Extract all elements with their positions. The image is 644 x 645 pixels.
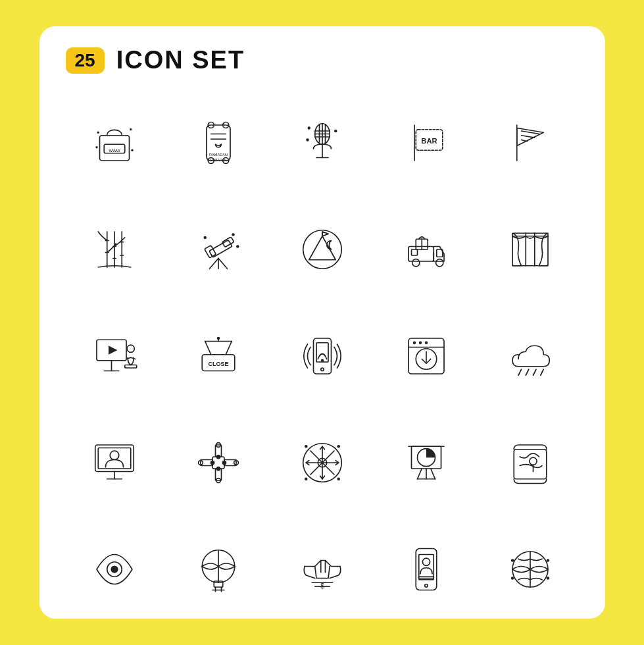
icon-mobile-signal <box>274 306 371 406</box>
svg-point-107 <box>216 467 220 471</box>
icon-presentation <box>66 306 163 406</box>
icon-grid: www RAMADAN MUB <box>66 93 579 619</box>
svg-point-145 <box>424 584 428 588</box>
icon-mobile-person <box>378 519 475 619</box>
main-card: 25 ICON SET www <box>39 26 605 619</box>
icon-map-pin <box>482 413 579 513</box>
svg-rect-69 <box>124 365 136 369</box>
icon-pipe-junction <box>170 413 267 513</box>
icon-globe-dots <box>482 519 579 619</box>
svg-point-98 <box>110 451 119 460</box>
page-title: ICON SET <box>116 46 245 74</box>
svg-point-5 <box>95 146 97 148</box>
svg-rect-55 <box>409 247 433 262</box>
icon-close-sign: CLOSE <box>170 306 267 406</box>
icon-rain-cloud <box>482 306 579 406</box>
icon-microphone <box>274 93 371 193</box>
svg-point-106 <box>216 455 220 459</box>
svg-point-6 <box>131 149 133 151</box>
header: 25 ICON SET <box>66 46 579 74</box>
icon-delivery-truck <box>378 199 475 299</box>
svg-point-4 <box>130 128 132 130</box>
icon-bar-sign: BAR <box>378 93 475 193</box>
svg-point-119 <box>337 445 340 448</box>
svg-point-105 <box>222 461 226 465</box>
svg-point-48 <box>232 233 235 236</box>
svg-text:www: www <box>108 147 120 153</box>
svg-line-127 <box>417 469 422 479</box>
svg-point-104 <box>210 461 214 465</box>
svg-marker-52 <box>309 236 335 260</box>
svg-point-118 <box>305 445 308 448</box>
svg-line-90 <box>518 369 522 375</box>
count-badge: 25 <box>66 47 105 74</box>
svg-marker-54 <box>322 232 328 236</box>
svg-point-49 <box>203 236 207 240</box>
svg-point-24 <box>306 138 309 142</box>
svg-point-68 <box>127 345 134 352</box>
icon-eye <box>66 519 163 619</box>
icon-telescope <box>170 199 267 299</box>
svg-line-45 <box>209 259 218 269</box>
icon-snowflake-gear <box>274 413 371 513</box>
icon-ramadan-scroll: RAMADAN MUBARAK <box>170 93 267 193</box>
svg-line-93 <box>540 369 543 375</box>
svg-line-92 <box>533 369 536 375</box>
svg-text:CLOSE: CLOSE <box>208 361 228 367</box>
svg-line-128 <box>430 469 435 479</box>
svg-point-120 <box>305 478 308 481</box>
icon-handshake: $ <box>274 519 371 619</box>
svg-point-121 <box>337 478 340 481</box>
icon-bamboo <box>66 199 163 299</box>
icon-monitor-user <box>66 413 163 513</box>
svg-point-151 <box>546 577 549 580</box>
svg-point-86 <box>418 342 422 345</box>
svg-line-32 <box>521 140 527 142</box>
svg-line-91 <box>526 369 529 375</box>
svg-point-82 <box>320 359 324 363</box>
svg-line-47 <box>218 259 228 269</box>
icon-shopping-bag: www <box>66 93 163 193</box>
svg-text:MUBARAK: MUBARAK <box>210 158 227 162</box>
svg-point-152 <box>546 559 549 562</box>
svg-line-31 <box>521 136 534 138</box>
svg-rect-56 <box>411 249 417 255</box>
svg-point-85 <box>412 342 416 345</box>
svg-point-22 <box>307 126 310 130</box>
svg-point-153 <box>510 577 514 580</box>
svg-point-50 <box>236 245 239 248</box>
svg-rect-94 <box>95 445 134 472</box>
svg-marker-67 <box>109 346 118 355</box>
svg-line-73 <box>205 342 211 355</box>
icon-mountain-moon <box>274 199 371 299</box>
svg-point-144 <box>422 558 430 565</box>
svg-point-59 <box>435 259 443 267</box>
svg-point-58 <box>412 259 419 267</box>
icon-globe-plug <box>170 519 267 619</box>
svg-point-81 <box>320 368 324 371</box>
svg-point-150 <box>510 559 514 562</box>
icon-stage-curtain <box>482 199 579 299</box>
icon-browser-download <box>378 306 475 406</box>
svg-text:BAR: BAR <box>421 137 437 145</box>
svg-text:RAMADAN: RAMADAN <box>209 153 227 157</box>
svg-point-23 <box>334 130 337 133</box>
svg-point-3 <box>97 132 99 134</box>
svg-point-132 <box>111 565 118 573</box>
svg-point-130 <box>529 457 536 465</box>
svg-point-87 <box>424 342 428 345</box>
svg-line-74 <box>226 342 232 355</box>
icon-projector-chart <box>378 413 475 513</box>
icon-flag <box>482 93 579 193</box>
